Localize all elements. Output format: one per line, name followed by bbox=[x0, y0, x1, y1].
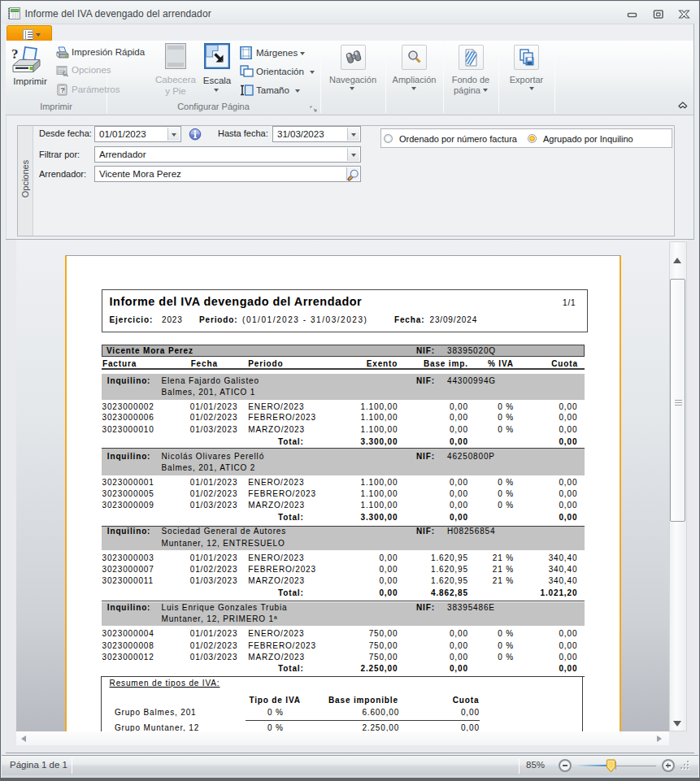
svg-text:?: ? bbox=[60, 86, 65, 94]
svg-text:?: ? bbox=[11, 46, 19, 62]
